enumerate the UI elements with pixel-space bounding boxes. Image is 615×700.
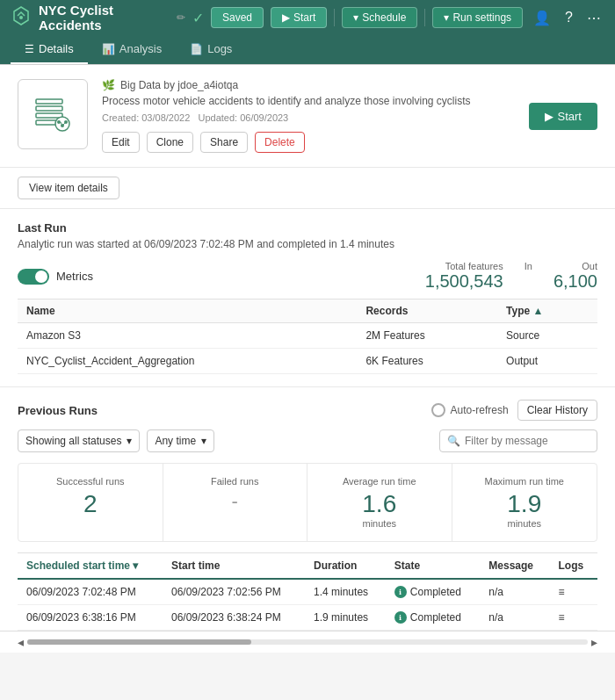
main-content: 🌿 Big Data by jdoe_a4iotqa Process motor… xyxy=(0,65,615,653)
info-owner: Big Data by jdoe_a4iotqa xyxy=(120,79,238,91)
run-row: 06/09/2023 6:38:16 PM 06/09/2023 6:38:24… xyxy=(18,605,597,631)
state-dot: ℹ xyxy=(394,611,407,624)
help-icon-button[interactable]: ? xyxy=(561,6,576,29)
successful-runs-label: Successful runs xyxy=(29,476,152,487)
info-section: 🌿 Big Data by jdoe_a4iotqa Process motor… xyxy=(0,65,615,168)
run-settings-button[interactable]: ▾ Run settings xyxy=(432,7,523,28)
message-search-input[interactable] xyxy=(465,435,590,447)
in-group: In xyxy=(525,261,532,271)
previous-runs-header: Previous Runs Auto-refresh Clear History xyxy=(18,400,597,421)
run-logs[interactable]: ≡ xyxy=(549,605,597,631)
col-type[interactable]: Type ▲ xyxy=(497,299,597,323)
runs-table: Scheduled start time ▾ Start time Durati… xyxy=(18,552,597,631)
svg-point-0 xyxy=(19,16,23,19)
run-message: n/a xyxy=(480,579,549,605)
metrics-label: Metrics xyxy=(56,270,93,283)
run-state: ℹ Completed xyxy=(386,579,480,605)
header-divider-2 xyxy=(424,9,425,26)
avg-run-time-unit: minutes xyxy=(318,518,441,529)
row-records: 6K Features xyxy=(357,349,497,374)
item-icon-box xyxy=(18,79,88,149)
scroll-left-arrow[interactable]: ◂ xyxy=(18,635,24,649)
tab-analysis[interactable]: 📊 Analysis xyxy=(88,35,176,64)
schedule-button[interactable]: ▾ Schedule xyxy=(342,7,417,28)
app-header: NYC Cyclist Accidents ✏ ✓ Saved ▶ Start … xyxy=(0,0,615,35)
nav-tabs: ☰ Details 📊 Analysis 📄 Logs xyxy=(0,35,615,65)
row-records: 2M Features xyxy=(357,323,497,349)
app-logo xyxy=(11,5,32,31)
main-start-button[interactable]: ▶ Start xyxy=(529,103,597,130)
status-filter-chevron: ▾ xyxy=(127,435,132,447)
info-header: 🌿 Big Data by jdoe_a4iotqa xyxy=(102,79,515,91)
tab-details[interactable]: ☰ Details xyxy=(11,35,88,64)
run-row: 06/09/2023 7:02:48 PM 06/09/2023 7:02:56… xyxy=(18,579,597,605)
col-logs[interactable]: Logs xyxy=(549,553,597,580)
auto-refresh-group: Auto-refresh xyxy=(431,403,509,417)
tab-logs[interactable]: 📄 Logs xyxy=(176,35,246,64)
status-filter[interactable]: Showing all statuses ▾ xyxy=(18,429,140,452)
row-type: Output xyxy=(497,349,597,374)
clear-history-button[interactable]: Clear History xyxy=(517,400,597,421)
run-start-time: 06/09/2023 6:38:24 PM xyxy=(163,605,305,631)
runs-table-section: Scheduled start time ▾ Start time Durati… xyxy=(18,552,597,631)
in-label: In xyxy=(525,261,532,271)
more-icon-button[interactable]: ⋯ xyxy=(583,6,604,30)
scroll-right-arrow[interactable]: ▸ xyxy=(591,635,597,649)
col-records: Records xyxy=(357,299,497,323)
scroll-track[interactable] xyxy=(27,639,588,645)
previous-runs-title: Previous Runs xyxy=(18,404,98,417)
total-features-value: 1,500,543 xyxy=(425,271,503,292)
out-label: Out xyxy=(554,261,597,271)
info-description: Process motor vehicle accidents to ident… xyxy=(102,95,515,107)
svg-rect-3 xyxy=(36,113,62,118)
stats-row: Successful runs 2 Failed runs - Average … xyxy=(18,463,597,542)
run-logs[interactable]: ≡ xyxy=(549,579,597,605)
edit-title-icon[interactable]: ✏ xyxy=(177,11,185,24)
col-start-time[interactable]: Start time xyxy=(163,553,305,580)
filters-row: Showing all statuses ▾ Any time ▾ 🔍 xyxy=(18,429,597,452)
saved-check-icon: ✓ xyxy=(192,10,204,26)
start-button[interactable]: ▶ Start xyxy=(271,7,327,28)
analysis-tab-icon: 📊 xyxy=(102,43,115,55)
col-state[interactable]: State xyxy=(386,553,480,580)
auto-refresh-radio[interactable] xyxy=(431,403,445,417)
run-scheduled: 06/09/2023 7:02:48 PM xyxy=(18,579,163,605)
edit-button[interactable]: Edit xyxy=(102,132,140,153)
last-run-section: Last Run Analytic run was started at 06/… xyxy=(0,209,615,387)
share-button[interactable]: Share xyxy=(200,132,248,153)
delete-button[interactable]: Delete xyxy=(255,132,305,153)
logs-tab-icon: 📄 xyxy=(190,43,203,55)
scroll-row: ◂ ▸ xyxy=(0,631,615,653)
time-filter[interactable]: Any time ▾ xyxy=(147,429,214,452)
out-group: Out 6,100 xyxy=(554,261,597,292)
view-item-details-button[interactable]: View item details xyxy=(18,177,119,199)
col-duration[interactable]: Duration xyxy=(305,553,386,580)
user-icon-button[interactable]: 👤 xyxy=(530,6,554,30)
col-message[interactable]: Message xyxy=(480,553,549,580)
type-sort-arrow: ▲ xyxy=(533,305,544,317)
svg-rect-1 xyxy=(36,99,62,104)
previous-runs-section: Previous Runs Auto-refresh Clear History… xyxy=(0,387,615,631)
avg-run-time-stat: Average run time 1.6 minutes xyxy=(308,464,452,541)
col-scheduled-start[interactable]: Scheduled start time ▾ xyxy=(18,553,163,580)
metrics-toggle[interactable] xyxy=(18,269,49,285)
successful-runs-stat: Successful runs 2 xyxy=(18,464,163,541)
total-features-label: Total features xyxy=(425,261,503,271)
info-actions: Edit Clone Share Delete xyxy=(102,132,515,153)
successful-runs-value: 2 xyxy=(29,492,152,516)
message-search-box[interactable]: 🔍 xyxy=(439,429,597,452)
clone-button[interactable]: Clone xyxy=(147,132,193,153)
state-label: Completed xyxy=(410,586,461,598)
saved-button[interactable]: Saved xyxy=(211,7,264,28)
svg-point-6 xyxy=(57,120,61,124)
row-name: NYC_Cyclist_Accident_Aggregation xyxy=(18,349,357,374)
auto-refresh-label: Auto-refresh xyxy=(451,404,509,416)
max-run-time-value: 1.9 xyxy=(463,492,587,516)
info-meta: Created: 03/08/2022 Updated: 06/09/2023 xyxy=(102,112,515,123)
max-run-time-stat: Maximum run time 1.9 minutes xyxy=(452,464,597,541)
page-title: NYC Cyclist Accidents xyxy=(39,3,170,32)
failed-runs-label: Failed runs xyxy=(174,476,297,487)
run-scheduled: 06/09/2023 6:38:16 PM xyxy=(18,605,163,631)
metrics-row: Metrics Total features 1,500,543 In Out … xyxy=(18,261,597,292)
item-icon xyxy=(29,90,76,138)
